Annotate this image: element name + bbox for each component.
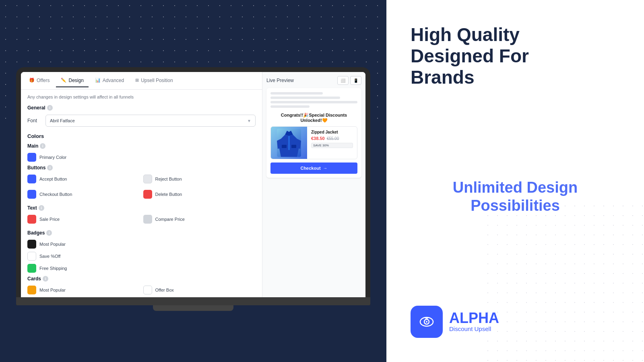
text-section-title: Text i bbox=[27, 205, 256, 211]
original-price: €55.00 bbox=[327, 136, 339, 141]
buttons-grid: Accept Button Reject Button bbox=[27, 175, 256, 202]
card-popular-label: Most Popular bbox=[39, 288, 66, 292]
preview-content: Congrats!!🎉Special Discounts Unlocked!🧡 bbox=[266, 88, 361, 178]
app-preview: Live Preview ⬜ 📱 bbox=[262, 72, 365, 297]
font-label: Font bbox=[27, 118, 41, 123]
tab-advanced[interactable]: 📊 Advanced bbox=[90, 74, 129, 87]
buttons-section-title: Buttons i bbox=[27, 165, 256, 171]
card-offerbox-swatch[interactable] bbox=[143, 286, 152, 294]
text-colors-grid: Sale Price Compare Price bbox=[27, 215, 256, 227]
badge-save-off: Save %Off bbox=[27, 252, 256, 261]
colors-section: Colors Main i Primary Color bbox=[27, 133, 256, 297]
general-info-icon: i bbox=[47, 105, 53, 111]
tab-upsell-position[interactable]: ⊞ Upsell Position bbox=[130, 74, 178, 87]
laptop-wrapper: 🎁 Offers ✏️ Design 📊 Advanced bbox=[20, 20, 366, 358]
badge-save-label: Save %Off bbox=[39, 254, 60, 259]
laptop-screen: 🎁 Offers ✏️ Design 📊 Advanced bbox=[21, 72, 365, 297]
arrow-right-icon: → bbox=[323, 166, 328, 171]
delete-button-color: Delete Button bbox=[143, 190, 256, 199]
tab-design-label: Design bbox=[68, 78, 83, 83]
tab-advanced-label: Advanced bbox=[103, 78, 124, 83]
checkout-label: Checkout bbox=[300, 166, 320, 171]
headline-section: High Quality Designed For Brands bbox=[411, 24, 620, 88]
app-ui: 🎁 Offers ✏️ Design 📊 Advanced bbox=[21, 72, 365, 297]
compare-price-color: Compare Price bbox=[143, 215, 256, 224]
jacket-illustration bbox=[277, 129, 301, 157]
tab-bar: 🎁 Offers ✏️ Design 📊 Advanced bbox=[21, 72, 262, 90]
compare-price-swatch[interactable] bbox=[143, 215, 152, 224]
product-image bbox=[271, 127, 307, 159]
skeleton-2 bbox=[270, 97, 340, 99]
laptop-body: 🎁 Offers ✏️ Design 📊 Advanced bbox=[16, 67, 370, 305]
laptop-stand bbox=[153, 305, 233, 311]
left-panel: 🎁 Offers ✏️ Design 📊 Advanced bbox=[0, 0, 386, 362]
mobile-view-btn[interactable]: 📱 bbox=[350, 76, 361, 85]
delete-swatch[interactable] bbox=[143, 190, 152, 199]
brand-name: ALPHA bbox=[449, 311, 499, 325]
reject-label: Reject Button bbox=[155, 177, 182, 181]
primary-color-label: Primary Color bbox=[39, 155, 66, 160]
sale-price: €38.50 bbox=[311, 136, 325, 141]
brand-sub: Discount Upsell bbox=[449, 325, 499, 332]
compare-price-label: Compare Price bbox=[155, 217, 185, 222]
preview-controls: ⬜ 📱 bbox=[337, 76, 361, 85]
primary-color-item: Primary Color bbox=[27, 153, 256, 162]
accept-label: Accept Button bbox=[39, 177, 67, 181]
cards-section-title: Cards i bbox=[27, 276, 256, 282]
badge-popular-swatch[interactable] bbox=[27, 240, 36, 249]
font-select[interactable]: Abril Fatface ▼ bbox=[45, 115, 256, 127]
card-offerbox-label: Offer Box bbox=[155, 288, 174, 292]
accept-swatch[interactable] bbox=[27, 175, 36, 183]
delete-label: Delete Button bbox=[155, 192, 182, 197]
chevron-down-icon: ▼ bbox=[247, 119, 251, 123]
checkout-label: Checkout Button bbox=[39, 192, 72, 197]
badges-section-title: Badges i bbox=[27, 230, 256, 236]
primary-color-swatch[interactable] bbox=[27, 153, 36, 162]
headline-title: High Quality Designed For Brands bbox=[411, 24, 620, 88]
alpha-logo-svg bbox=[417, 312, 437, 332]
desktop-view-btn[interactable]: ⬜ bbox=[337, 76, 349, 85]
app-sidebar: 🎁 Offers ✏️ Design 📊 Advanced bbox=[21, 72, 262, 297]
tab-design[interactable]: ✏️ Design bbox=[56, 74, 88, 87]
text-info-icon: i bbox=[39, 205, 44, 211]
gift-icon: 🎁 bbox=[29, 78, 35, 83]
tab-upsell-label: Upsell Position bbox=[141, 78, 173, 83]
product-name: Zipped Jacket bbox=[311, 130, 353, 134]
badge-shipping-swatch[interactable] bbox=[27, 264, 36, 273]
headline-line2: Designed For bbox=[411, 45, 529, 66]
badge-popular-label: Most Popular bbox=[39, 242, 66, 247]
checkout-button[interactable]: Checkout → bbox=[270, 162, 357, 174]
card-most-popular: Most Popular bbox=[27, 286, 140, 294]
design-icon: ✏️ bbox=[61, 78, 66, 83]
brand-logo bbox=[411, 306, 443, 338]
preview-title: Live Preview bbox=[266, 78, 294, 83]
preview-header: Live Preview ⬜ 📱 bbox=[266, 76, 361, 85]
cards-grid: Most Popular Offer Box bbox=[27, 286, 256, 297]
checkout-button-color: Checkout Button bbox=[27, 190, 140, 199]
accept-button-color: Accept Button bbox=[27, 175, 140, 183]
colors-title: Colors bbox=[27, 133, 256, 139]
product-price: €38.50 €55.00 bbox=[311, 136, 353, 141]
right-panel: High Quality Designed For Brands Unlimit… bbox=[386, 0, 644, 362]
tab-offers[interactable]: 🎁 Offers bbox=[24, 74, 54, 87]
font-row: Font Abril Fatface ▼ bbox=[27, 115, 256, 127]
general-section-title: General i bbox=[27, 105, 256, 111]
badge-save-swatch[interactable] bbox=[27, 252, 36, 261]
sale-price-swatch[interactable] bbox=[27, 215, 36, 224]
congrats-text: Congrats!!🎉Special Discounts Unlocked!🧡 bbox=[270, 113, 357, 123]
headline-line1: High Quality bbox=[411, 24, 520, 45]
card-popular-swatch[interactable] bbox=[27, 286, 36, 294]
brand-section: ALPHA Discount Upsell bbox=[411, 306, 620, 338]
skeleton-1 bbox=[270, 92, 323, 95]
checkout-swatch[interactable] bbox=[27, 190, 36, 199]
headline-line3: Brands bbox=[411, 67, 474, 88]
sale-price-label: Sale Price bbox=[39, 217, 60, 222]
unlimited-line1: Unlimited Design bbox=[453, 179, 578, 196]
tab-offers-label: Offers bbox=[37, 78, 50, 83]
badge-shipping-label: Free Shipping bbox=[39, 266, 67, 271]
reject-swatch[interactable] bbox=[143, 175, 152, 183]
card-offer-box: Offer Box bbox=[143, 286, 256, 294]
svg-point-7 bbox=[426, 321, 427, 323]
resize-icon: ⊞ bbox=[135, 78, 139, 83]
skeleton-lines bbox=[270, 92, 357, 108]
